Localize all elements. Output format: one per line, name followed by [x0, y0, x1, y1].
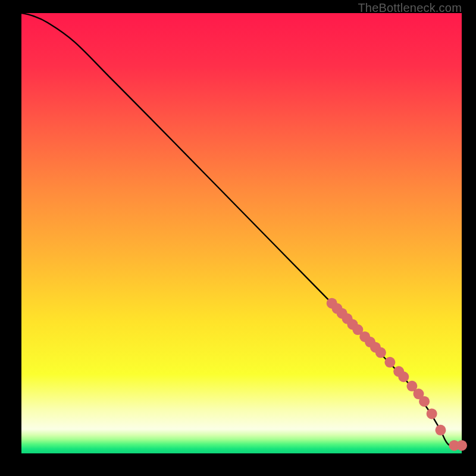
data-marker — [419, 396, 430, 407]
chart-stage: TheBottleneck.com — [0, 0, 476, 476]
plot-area — [21, 13, 462, 453]
data-marker — [427, 408, 437, 419]
data-marker — [375, 347, 386, 358]
data-marker — [456, 440, 467, 451]
curve-line — [21, 13, 462, 446]
marker-group — [327, 298, 467, 451]
data-marker — [384, 357, 395, 368]
chart-svg — [21, 13, 462, 453]
data-marker — [435, 425, 446, 436]
data-marker — [398, 371, 409, 382]
